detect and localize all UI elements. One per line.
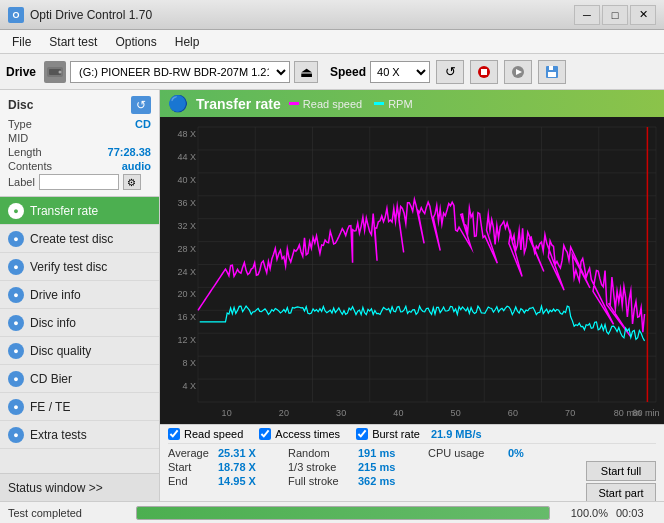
cb-burst-rate-label: Burst rate	[372, 428, 420, 440]
speed-select[interactable]: 40 X	[370, 61, 430, 83]
end-label: End	[168, 475, 218, 487]
title-bar: O Opti Drive Control 1.70 ─ □ ✕	[0, 0, 664, 30]
nav-create-test-disc[interactable]: ● Create test disc	[0, 225, 159, 253]
cb-burst-rate[interactable]: Burst rate 21.9 MB/s	[356, 428, 482, 440]
nav-disc-quality[interactable]: ● Disc quality	[0, 337, 159, 365]
start-full-button[interactable]: Start full	[586, 461, 656, 481]
disc-length-value: 77:28.38	[108, 146, 151, 158]
svg-rect-9	[549, 66, 553, 70]
cb-read-speed[interactable]: Read speed	[168, 428, 243, 440]
drive-select[interactable]: (G:) PIONEER BD-RW BDR-207M 1.21	[70, 61, 290, 83]
start-part-button[interactable]: Start part	[586, 483, 656, 501]
disc-type-label: Type	[8, 118, 32, 130]
cb-access-times-input[interactable]	[259, 428, 271, 440]
cb-access-times-label: Access times	[275, 428, 340, 440]
nav-label-cd-bier: CD Bier	[30, 372, 72, 386]
menu-start-test[interactable]: Start test	[41, 33, 105, 51]
cb-access-times[interactable]: Access times	[259, 428, 340, 440]
chart-legend: Read speed RPM	[289, 98, 413, 110]
disc-length-row: Length 77:28.38	[8, 146, 151, 158]
nav-icon-create-test-disc: ●	[8, 231, 24, 247]
progress-bar	[137, 507, 549, 519]
toolbar-btn2[interactable]	[504, 60, 532, 84]
toolbar: Drive (G:) PIONEER BD-RW BDR-207M 1.21 ⏏…	[0, 54, 664, 90]
maximize-button[interactable]: □	[602, 5, 628, 25]
legend-read-speed: Read speed	[289, 98, 362, 110]
app-icon: O	[8, 7, 24, 23]
avg-label: Average	[168, 447, 218, 459]
legend-dot-rpm	[374, 102, 384, 105]
status-window-button[interactable]: Status window >>	[0, 473, 159, 501]
cb-read-speed-input[interactable]	[168, 428, 180, 440]
nav-extra-tests[interactable]: ● Extra tests	[0, 421, 159, 449]
chart-header: 🔵 Transfer rate Read speed RPM	[160, 90, 664, 117]
nav-disc-info[interactable]: ● Disc info	[0, 309, 159, 337]
disc-label-row: Label ⚙	[8, 174, 151, 190]
sidebar-nav: ● Transfer rate ● Create test disc ● Ver…	[0, 197, 159, 449]
stats-row-third-stroke: 1/3 stroke 215 ms	[288, 461, 428, 473]
third-stroke-value: 215 ms	[358, 461, 418, 473]
menu-bar: File Start test Options Help	[0, 30, 664, 54]
disc-label-input[interactable]	[39, 174, 119, 190]
status-window-label: Status window >>	[8, 481, 103, 495]
nav-drive-info[interactable]: ● Drive info	[0, 281, 159, 309]
start-value: 18.78 X	[218, 461, 278, 473]
disc-mid-label: MID	[8, 132, 28, 144]
progress-text: 100.0%	[558, 507, 608, 519]
stats-row-start: Start 18.78 X	[168, 461, 288, 473]
disc-label-btn[interactable]: ⚙	[123, 174, 141, 190]
drive-selector-wrap: (G:) PIONEER BD-RW BDR-207M 1.21	[44, 61, 290, 83]
nav-icon-cd-bier: ●	[8, 371, 24, 387]
disc-length-label: Length	[8, 146, 42, 158]
minimize-button[interactable]: ─	[574, 5, 600, 25]
toolbar-refresh-button[interactable]: ↺	[436, 60, 464, 84]
chart-canvas	[162, 121, 664, 422]
start-label: Start	[168, 461, 218, 473]
status-bar: Test completed 100.0% 00:03	[0, 501, 664, 523]
burst-rate-value: 21.9 MB/s	[431, 428, 482, 440]
menu-help[interactable]: Help	[167, 33, 208, 51]
main-area: Disc ↺ Type CD MID Length 77:28.38 Conte…	[0, 90, 664, 501]
sidebar: Disc ↺ Type CD MID Length 77:28.38 Conte…	[0, 90, 160, 501]
disc-mid-row: MID	[8, 132, 151, 144]
nav-label-verify-test-disc: Verify test disc	[30, 260, 107, 274]
menu-options[interactable]: Options	[107, 33, 164, 51]
stats-row-cpu: CPU usage 0%	[428, 447, 656, 459]
third-stroke-label: 1/3 stroke	[288, 461, 358, 473]
nav-cd-bier[interactable]: ● CD Bier	[0, 365, 159, 393]
eject-button[interactable]: ⏏	[294, 61, 318, 83]
nav-verify-test-disc[interactable]: ● Verify test disc	[0, 253, 159, 281]
disc-refresh-button[interactable]: ↺	[131, 96, 151, 114]
toolbar-btn1[interactable]	[470, 60, 498, 84]
progress-bar-wrap	[136, 506, 550, 520]
stats-row-start-full: Start full	[428, 461, 656, 481]
nav-fe-te[interactable]: ● FE / TE	[0, 393, 159, 421]
nav-icon-extra-tests: ●	[8, 427, 24, 443]
drive-icon	[44, 61, 66, 83]
cb-burst-rate-input[interactable]	[356, 428, 368, 440]
cpu-label: CPU usage	[428, 447, 508, 459]
drive-label: Drive	[6, 65, 36, 79]
close-button[interactable]: ✕	[630, 5, 656, 25]
disc-label-label: Label	[8, 176, 35, 188]
stats-bar: Read speed Access times Burst rate 21.9 …	[160, 424, 664, 501]
status-text: Test completed	[8, 507, 128, 519]
full-stroke-value: 362 ms	[358, 475, 418, 487]
nav-label-fe-te: FE / TE	[30, 400, 70, 414]
legend-label-read-speed: Read speed	[303, 98, 362, 110]
disc-section: Disc ↺ Type CD MID Length 77:28.38 Conte…	[0, 90, 159, 197]
stats-rows: Average 25.31 X Start 18.78 X End 14.95 …	[168, 444, 656, 501]
nav-label-create-test-disc: Create test disc	[30, 232, 113, 246]
nav-label-disc-quality: Disc quality	[30, 344, 91, 358]
toolbar-save-button[interactable]	[538, 60, 566, 84]
nav-transfer-rate[interactable]: ● Transfer rate	[0, 197, 159, 225]
time-text: 00:03	[616, 507, 656, 519]
disc-contents-row: Contents audio	[8, 160, 151, 172]
stats-row-average: Average 25.31 X	[168, 447, 288, 459]
stats-row-random: Random 191 ms	[288, 447, 428, 459]
menu-file[interactable]: File	[4, 33, 39, 51]
stats-row-start-part: Start part	[428, 483, 656, 501]
checkboxes-row: Read speed Access times Burst rate 21.9 …	[168, 425, 656, 444]
content-area: 🔵 Transfer rate Read speed RPM	[160, 90, 664, 501]
chart-title: Transfer rate	[196, 96, 281, 112]
